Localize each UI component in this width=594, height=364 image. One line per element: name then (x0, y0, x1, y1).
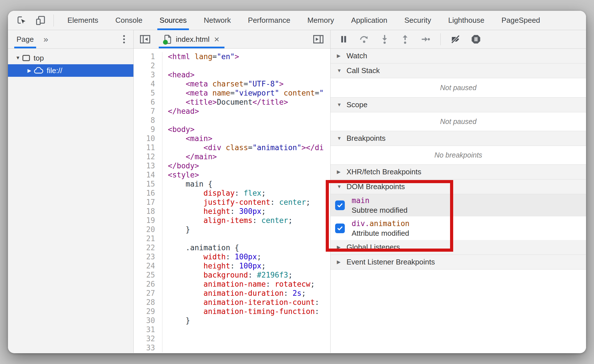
code-text: animation-timing-function: (162, 307, 319, 316)
code-line-6: 6 <title>Document</title> (134, 98, 330, 107)
line-number[interactable]: 10 (134, 134, 162, 143)
devtools-tab-bar: ElementsConsoleSourcesNetworkPerformance… (59, 11, 549, 30)
line-number[interactable]: 32 (134, 334, 162, 343)
tab-console[interactable]: Console (107, 11, 151, 30)
tab-sources[interactable]: Sources (151, 11, 195, 30)
code-line-22: 22 .animation { (134, 243, 330, 252)
tab-security[interactable]: Security (396, 11, 440, 30)
section-header-dom-breakpoints[interactable]: ▼DOM Breakpoints (331, 179, 586, 194)
pause-on-exceptions-icon[interactable] (470, 34, 482, 45)
section-header-call-stack[interactable]: ▼Call Stack (331, 63, 586, 78)
code-line-21: 21 (134, 234, 330, 243)
line-number[interactable]: 18 (134, 207, 162, 216)
tree-item-top[interactable]: ▼top (8, 52, 133, 64)
editor-tab-index-html[interactable]: index.html × (159, 30, 224, 48)
deactivate-breakpoints-icon[interactable] (450, 34, 461, 45)
line-number[interactable]: 17 (134, 198, 162, 207)
section-header-watch[interactable]: ▶Watch (331, 49, 586, 63)
line-number[interactable]: 28 (134, 298, 162, 307)
dom-breakpoint-row[interactable]: div.animationAttribute modified (331, 216, 586, 240)
section-header-event-listener-breakpoints[interactable]: ▶Event Listener Breakpoints (331, 255, 586, 270)
close-tab-icon[interactable]: × (214, 35, 220, 44)
more-tabs-icon[interactable]: » (44, 34, 48, 44)
debugger-toolbar-divider (440, 33, 441, 45)
line-number[interactable]: 29 (134, 307, 162, 316)
line-number[interactable]: 8 (134, 116, 162, 125)
breakpoint-checkbox[interactable] (335, 224, 345, 233)
section-header-xhr-fetch-breakpoints[interactable]: ▶XHR/fetch Breakpoints (331, 165, 586, 179)
debugger-sidebar: ▶Watch▼Call StackNot paused▼ScopeNot pau… (331, 49, 586, 353)
debugger-toolbar (331, 30, 586, 48)
chevron-right-icon[interactable]: ▶ (26, 68, 33, 74)
chevron-right-icon: ▶ (337, 244, 341, 250)
hide-navigator-icon[interactable] (139, 34, 151, 44)
breakpoint-checkbox[interactable] (335, 200, 345, 210)
code-text: <html lang="en"> (162, 52, 239, 61)
line-number[interactable]: 27 (134, 289, 162, 298)
step-into-icon[interactable] (379, 34, 390, 45)
code-text: </head> (162, 107, 199, 116)
line-number[interactable]: 19 (134, 216, 162, 225)
line-number[interactable]: 21 (134, 234, 162, 243)
line-number[interactable]: 25 (134, 270, 162, 280)
tab-memory[interactable]: Memory (299, 11, 343, 30)
line-number[interactable]: 22 (134, 243, 162, 252)
show-debugger-icon[interactable] (313, 34, 324, 44)
line-number[interactable]: 7 (134, 107, 162, 116)
line-number[interactable]: 14 (134, 170, 162, 179)
line-number[interactable]: 12 (134, 152, 162, 161)
section-label: Global Listeners (346, 243, 400, 252)
devtools-window: ElementsConsoleSourcesNetworkPerformance… (8, 11, 586, 353)
code-text: <main> (162, 134, 213, 143)
line-number[interactable]: 3 (134, 70, 162, 79)
code-text: main { (162, 179, 213, 189)
step-icon[interactable] (420, 34, 431, 45)
chevron-down-icon[interactable]: ▼ (14, 55, 22, 61)
tree-item-file[interactable]: ▶file:// (8, 64, 133, 77)
tab-elements[interactable]: Elements (59, 11, 107, 30)
step-out-icon[interactable] (399, 34, 411, 45)
step-over-icon[interactable] (358, 34, 370, 45)
line-number[interactable]: 6 (134, 98, 162, 107)
line-number[interactable]: 30 (134, 316, 162, 325)
line-number[interactable]: 23 (134, 252, 162, 261)
code-line-26: 26 animation-name: rotatecw; (134, 280, 330, 289)
device-toolbar-icon[interactable] (35, 15, 46, 26)
tab-page[interactable]: Page (16, 30, 36, 48)
tab-pagespeed[interactable]: PageSpeed (493, 11, 549, 30)
cloud-icon (34, 67, 43, 74)
dom-breakpoint-row[interactable]: mainSubtree modified (331, 194, 586, 216)
line-number[interactable]: 26 (134, 280, 162, 289)
tab-lighthouse[interactable]: Lighthouse (440, 11, 493, 30)
chevron-down-icon: ▼ (337, 68, 342, 74)
kebab-menu-icon[interactable] (120, 34, 128, 44)
line-number[interactable]: 4 (134, 79, 162, 88)
section-header-global-listeners[interactable]: ▶Global Listeners (331, 240, 586, 255)
section-header-breakpoints[interactable]: ▼Breakpoints (331, 131, 586, 146)
section-header-scope[interactable]: ▼Scope (331, 98, 586, 112)
line-number[interactable]: 33 (134, 343, 162, 352)
line-number[interactable]: 9 (134, 125, 162, 134)
line-number[interactable]: 20 (134, 225, 162, 234)
line-number[interactable]: 16 (134, 189, 162, 198)
code-text: <head> (162, 70, 195, 79)
pause-icon[interactable] (338, 34, 349, 45)
line-number[interactable]: 2 (134, 61, 162, 70)
file-icon (164, 34, 172, 44)
tab-application[interactable]: Application (343, 11, 396, 30)
line-number[interactable]: 24 (134, 261, 162, 270)
inspect-icon[interactable] (16, 15, 27, 26)
line-number[interactable]: 5 (134, 88, 162, 98)
line-number[interactable]: 11 (134, 143, 162, 152)
code-text: animation-duration: 2s; (162, 289, 306, 298)
tab-performance[interactable]: Performance (240, 11, 299, 30)
chevron-down-icon: ▼ (337, 136, 342, 141)
code-editor[interactable]: 1<html lang="en">23<head>4 <meta charset… (134, 49, 331, 353)
tab-network[interactable]: Network (195, 11, 239, 30)
line-number[interactable]: 1 (134, 52, 162, 61)
code-text: <title>Document</title> (162, 98, 288, 107)
line-number[interactable]: 15 (134, 179, 162, 189)
code-line-27: 27 animation-duration: 2s; (134, 289, 330, 298)
line-number[interactable]: 13 (134, 161, 162, 170)
line-number[interactable]: 31 (134, 325, 162, 334)
